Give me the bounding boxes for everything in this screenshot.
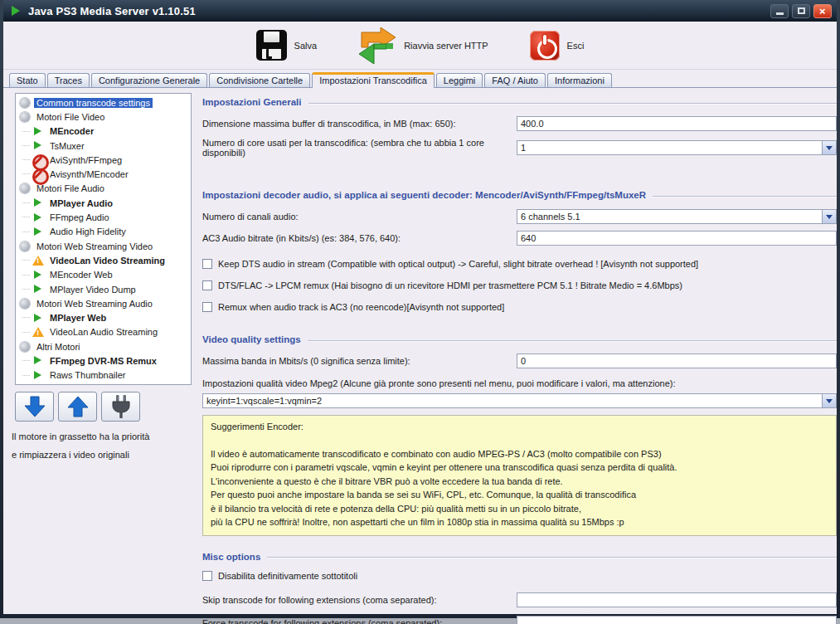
lpcm-remux-checkbox[interactable] — [202, 280, 212, 290]
play-icon — [32, 284, 45, 295]
tab-faq-aiuto[interactable]: FAQ / Aiuto — [484, 73, 546, 87]
max-bandwidth-label: Massima banda in Mbits/s (0 significa se… — [202, 356, 517, 366]
restart-label: Riavvia server HTTP — [404, 41, 488, 51]
gear-icon — [19, 97, 32, 109]
tab-informazioni[interactable]: Informazioni — [547, 73, 612, 87]
tab-condivisione-cartelle[interactable]: Condivisione Cartelle — [209, 73, 310, 87]
tab-traces[interactable]: Traces — [47, 73, 90, 87]
tab-stato[interactable]: Stato — [9, 73, 46, 87]
restart-server-button[interactable]: Riavvia server HTTP — [353, 24, 493, 67]
play-icon — [32, 212, 45, 223]
close-button[interactable]: × — [813, 4, 832, 18]
ac3-remux-checkbox[interactable] — [202, 302, 212, 312]
priority-note-line1: Il motore in grassetto ha la priorità — [12, 431, 194, 441]
section-rule — [267, 557, 837, 558]
play-icon — [32, 197, 45, 209]
gear-icon — [19, 341, 32, 353]
hint-line: più la CPU ne soffrirà! Inoltre, non asp… — [211, 515, 828, 529]
section-impostazioni-generali: Impostazioni Generali — [202, 96, 837, 108]
keep-dts-row: Keep DTS audio in stream (Compatible wit… — [202, 259, 837, 269]
tree-item-videolan-video-streaming[interactable]: VideoLan Video Streaming — [16, 253, 191, 267]
transcoding-settings-panel: Common transcode settings Motori File Vi… — [3, 88, 837, 612]
title-bar: Java PS3 Media Server v1.10.51 × — [3, 0, 837, 22]
move-up-button[interactable] — [58, 392, 97, 422]
arrow-down-icon — [22, 395, 47, 418]
gear-icon — [19, 183, 32, 194]
save-floppy-icon — [256, 30, 287, 61]
tree-item-motori-web-streaming-video[interactable]: Motori Web Streaming Video — [16, 239, 191, 253]
gear-icon — [19, 241, 32, 252]
tree-item-videolan-audio-streaming[interactable]: VideoLan Audio Streaming — [16, 325, 191, 339]
client-area: Salva Riavvia server HTTP Esci Stato Tra… — [3, 22, 837, 614]
common-transcode-settings-form: Impostazioni Generali Dimensione massima… — [202, 96, 837, 624]
move-down-button[interactable] — [15, 392, 54, 422]
buffer-size-input[interactable] — [517, 116, 837, 131]
tab-configurazione-generale[interactable]: Configurazione Generale — [91, 73, 207, 87]
tree-item-audio-high-fidelity[interactable]: Audio High Fidelity — [16, 225, 191, 239]
lpcm-remux-row: DTS/FLAC -> LPCM remux (Hai bisogno di u… — [202, 280, 837, 290]
toggle-engine-button[interactable] — [101, 392, 140, 422]
force-transcode-input[interactable] — [517, 616, 837, 624]
tree-item-ffmpeg-audio[interactable]: FFmpeg Audio — [16, 210, 191, 224]
tree-item-mplayer-video-dump[interactable]: MPlayer Video Dump — [16, 282, 191, 296]
app-logo-play-icon — [12, 6, 20, 16]
tree-item-ffmpeg-dvrms-remux[interactable]: FFmpeg DVR-MS Remux — [16, 353, 191, 368]
tree-item-mplayer-web[interactable]: MPlayer Web — [16, 310, 191, 324]
cpu-cores-select[interactable]: 1 — [517, 140, 837, 155]
minimize-icon — [776, 12, 784, 15]
section-rule — [308, 103, 838, 105]
disable-subtitles-checkbox[interactable] — [202, 571, 212, 581]
hint-line: Il video è automaticamente transcodifica… — [211, 447, 828, 461]
tab-leggimi[interactable]: Leggimi — [436, 73, 483, 87]
tree-item-avisynth-ffmpeg[interactable]: AviSynth/FFmpeg — [16, 153, 191, 167]
engine-priority-buttons — [15, 392, 140, 422]
gear-icon — [19, 298, 32, 310]
tab-impostazioni-transcodifica[interactable]: Impostazioni Transcodifica — [312, 72, 435, 87]
plug-icon — [109, 394, 134, 419]
quit-button[interactable]: Esci — [525, 27, 590, 64]
section-misc-options: Misc options — [202, 551, 837, 563]
hint-line: Puoi riprodurre con i parametri vqscale,… — [211, 461, 828, 475]
keep-dts-checkbox[interactable] — [202, 259, 212, 269]
mpeg2-quality-select[interactable]: keyint=1:vqscale=1:vqmin=2 — [202, 393, 837, 408]
play-icon — [32, 125, 45, 137]
tree-item-altri-motori[interactable]: Altri Motori — [16, 339, 191, 353]
chevron-down-icon[interactable] — [822, 394, 836, 407]
cpu-cores-value: 1 — [517, 141, 822, 154]
keep-dts-label: Keep DTS audio in stream (Compatible wit… — [218, 259, 698, 269]
mpeg2-quality-label: Impostazioni qualità video Mpeg2 (Alcune… — [202, 378, 837, 388]
quit-label: Esci — [567, 41, 585, 51]
chevron-down-icon[interactable] — [822, 141, 836, 154]
minimize-button[interactable] — [770, 4, 789, 18]
tree-item-motori-web-streaming-audio[interactable]: Motori Web Streaming Audio — [16, 296, 191, 310]
tree-item-mencoder[interactable]: MEncoder — [16, 124, 191, 139]
audio-channels-select[interactable]: 6 channels 5.1 — [517, 209, 837, 224]
tree-item-common-transcode-settings[interactable]: Common transcode settings — [16, 95, 191, 110]
buffer-size-label: Dimensione massima buffer di transcodifi… — [202, 119, 517, 129]
section-title: Impostazioni Generali — [202, 97, 302, 107]
restart-arrows-icon — [358, 27, 396, 64]
save-button[interactable]: Salva — [251, 27, 323, 64]
tree-item-raws-thumbnailer[interactable]: Raws Thumbnailer — [16, 368, 191, 383]
ac3-bitrate-input[interactable] — [517, 231, 837, 246]
tree-item-avisynth-mencoder[interactable]: Avisynth/MEncoder — [16, 167, 191, 181]
priority-note-line2: e rimpiazzera i video originali — [12, 450, 194, 460]
maximize-button[interactable] — [792, 4, 810, 18]
section-title: Impostazioni decoder audio, si applica a… — [202, 190, 646, 200]
force-transcode-row: Force transcode for following extensions… — [202, 616, 837, 624]
tree-item-tsmuxer[interactable]: TsMuxer — [16, 139, 191, 153]
arrow-up-icon — [66, 395, 90, 418]
audio-channels-label: Numero di canali audio: — [202, 212, 517, 222]
hints-title: Suggerimenti Encoder: — [211, 420, 828, 434]
ac3-bitrate-row: AC3 Audio bitrate (in Kbits/s) (es: 384,… — [202, 231, 837, 246]
max-bandwidth-input[interactable] — [517, 353, 837, 368]
audio-channels-row: Numero di canali audio: 6 channels 5.1 — [202, 209, 837, 224]
tree-item-mplayer-audio[interactable]: MPlayer Audio — [16, 196, 191, 210]
chevron-down-icon[interactable] — [822, 210, 836, 223]
hint-line: L'inconveniente a questo è che il bitrar… — [211, 475, 828, 489]
section-title: Video quality settings — [202, 334, 301, 344]
skip-transcode-input[interactable] — [517, 592, 837, 607]
tree-item-mencoder-web[interactable]: MEncoder Web — [16, 268, 191, 282]
ac3-remux-label: Remux when audio track is AC3 (no reenco… — [218, 302, 504, 312]
tree-item-motori-file-video[interactable]: Motori File Video — [16, 110, 191, 124]
